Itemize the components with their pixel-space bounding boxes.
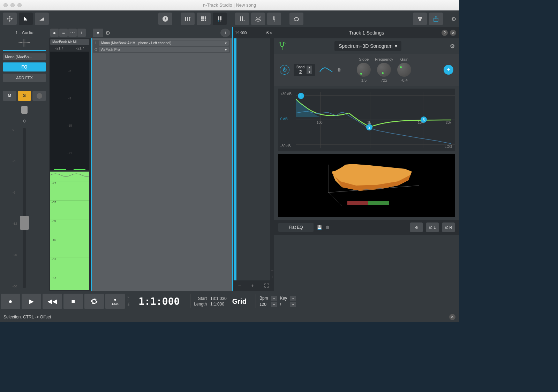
pan-slider[interactable] [3, 103, 46, 117]
tuning-fork-icon[interactable] [278, 42, 286, 51]
key-value[interactable]: / [280, 302, 287, 307]
input-routing-dropdown[interactable]: Mono (MacBook Air M...phone - Left chann… [99, 40, 229, 46]
expand-icon[interactable]: ⇱⇲ [266, 31, 272, 35]
grid-view-button[interactable] [197, 13, 211, 25]
input-dropdown[interactable]: Mono (MacBo... [3, 53, 46, 60]
zoom-in-icon[interactable]: + [251, 283, 254, 288]
fader-thumb[interactable] [20, 216, 29, 230]
playhead[interactable] [234, 38, 236, 280]
arm-button[interactable] [32, 91, 46, 101]
frequency-knob[interactable] [377, 63, 391, 77]
svg-point-19 [218, 21, 219, 22]
loop-button[interactable] [289, 13, 303, 25]
stop-button[interactable]: ■ [63, 294, 83, 309]
settings-title: Track 1 Settings [349, 30, 384, 36]
phase-r-button[interactable]: ∅ R [442, 223, 455, 232]
delete-band-icon[interactable]: 🗑 [337, 67, 341, 72]
settings-icon[interactable]: ⚙ [451, 16, 456, 22]
svg-rect-17 [218, 16, 219, 20]
phase-invert-button[interactable]: ⊘ [410, 223, 423, 232]
eq-settings-icon[interactable]: ⚙ [450, 43, 455, 50]
meter-panel: ● ≡ ⋯ + MacBook Air Mi... -21.7-21.7 -3 … [49, 27, 91, 291]
record-arm-icon[interactable]: ● [50, 29, 59, 37]
minimize-window[interactable] [10, 3, 15, 7]
window-controls [3, 3, 22, 7]
drums-button[interactable]: + [251, 13, 265, 25]
svg-point-20 [220, 21, 221, 22]
close-icon[interactable]: ✕ [450, 30, 456, 36]
flat-eq-dropdown[interactable]: Flat EQ [278, 223, 314, 232]
meter-input-name[interactable]: MacBook Air Mi... [50, 39, 89, 45]
bpm-value[interactable]: 120 [259, 302, 268, 307]
add-efx-button[interactable]: ADD EFX [3, 74, 46, 82]
grid-label[interactable]: Grid [227, 297, 252, 306]
eq-point-1[interactable]: 1 [298, 93, 304, 99]
arrange-settings-icon[interactable]: ⚙ [105, 30, 110, 36]
save-preset-icon[interactable]: 💾 [317, 225, 322, 230]
length-value[interactable]: 1:1:000 [210, 302, 227, 307]
sonogram-3d[interactable] [278, 154, 455, 217]
info-button[interactable]: i [158, 13, 172, 25]
piano-roll-button[interactable] [235, 13, 249, 25]
help-icon[interactable]: ? [442, 30, 448, 36]
move-tool[interactable] [3, 13, 17, 25]
mute-button[interactable]: M [3, 91, 16, 101]
track-name[interactable]: 1 - Audio [3, 30, 46, 35]
eq-power-button[interactable]: ⏻ [280, 65, 289, 75]
play-button[interactable]: ▶ [22, 294, 41, 309]
phase-l-button[interactable]: ∅ L [426, 223, 439, 232]
bpm-down[interactable]: ▼ [271, 302, 277, 307]
eq-button[interactable]: EQ [3, 62, 46, 71]
eq-graph[interactable]: +30 dB 0 dB -30 dB 100 1k 10k 20k LOG 1 … [278, 89, 455, 151]
key-down[interactable]: ▼ [290, 302, 296, 307]
add-band-button[interactable]: + [444, 65, 453, 75]
output-routing-dropdown[interactable]: AirPods Pro▾ [99, 47, 229, 52]
filter-icon[interactable]: ▼ [93, 29, 103, 37]
loop-toggle-button[interactable] [84, 294, 104, 309]
cursor-tool[interactable] [19, 13, 33, 25]
eq-point-3[interactable]: 3 [421, 116, 427, 123]
meter-display: -3 -9 -15 -21 [50, 52, 89, 170]
visualization-mode-dropdown[interactable]: Spectrum+3D Sonogram▾ [334, 41, 401, 51]
status-close-icon[interactable]: ✕ [449, 314, 455, 320]
v-zoom-in[interactable]: + [271, 274, 273, 280]
band-down[interactable]: ▼ [307, 70, 312, 74]
waveform-clip[interactable]: -27 -33 -39 -45 -51 -57 [50, 172, 89, 290]
key-up[interactable]: ▲ [290, 296, 296, 301]
tuner-button[interactable] [267, 13, 281, 25]
list-icon[interactable]: ≡ [59, 29, 68, 37]
svg-rect-16 [205, 20, 206, 21]
track-view-button[interactable] [213, 13, 227, 25]
mixer-button[interactable] [181, 13, 195, 25]
gain-knob[interactable] [397, 63, 411, 77]
slope-knob[interactable] [357, 63, 371, 77]
titlebar: n-Track Studio | New song [0, 0, 459, 10]
routing-box: I Mono (MacBook Air M...phone - Left cha… [93, 40, 230, 53]
fullscreen-icon[interactable]: ⛶ [264, 283, 269, 288]
bpm-up[interactable]: ▲ [271, 296, 277, 301]
filter-curve-icon[interactable] [319, 66, 333, 74]
band-selector[interactable]: Band2 ▲▼ [294, 64, 315, 76]
volume-fader[interactable]: 0 -3 -6 -12 -20 -30 [3, 128, 46, 288]
band-up[interactable]: ▲ [307, 66, 312, 70]
plugins-button[interactable] [413, 13, 427, 25]
metronome-button[interactable]: ●1234 [105, 294, 125, 309]
solo-button[interactable]: S [18, 91, 31, 101]
eq-point-2[interactable]: 2 [366, 124, 372, 130]
start-value[interactable]: 13:1:030 [210, 296, 227, 301]
close-window[interactable] [3, 3, 8, 7]
share-button[interactable] [429, 13, 443, 25]
v-zoom-out[interactable]: − [271, 268, 273, 273]
svg-rect-12 [203, 18, 204, 20]
fade-tool[interactable] [35, 13, 49, 25]
delete-preset-icon[interactable]: 🗑 [326, 225, 330, 230]
record-button[interactable]: ● [1, 294, 20, 309]
rewind-button[interactable]: ◀◀ [43, 294, 62, 309]
more-icon[interactable]: ⋯ [68, 29, 77, 37]
pan-value: 0 [3, 119, 46, 123]
add-icon[interactable]: + [77, 29, 86, 37]
time-display[interactable]: 1:1:000 [131, 296, 187, 307]
add-track-icon[interactable]: + [220, 29, 230, 37]
zoom-out-icon[interactable]: − [238, 283, 241, 288]
maximize-window[interactable] [17, 3, 22, 7]
